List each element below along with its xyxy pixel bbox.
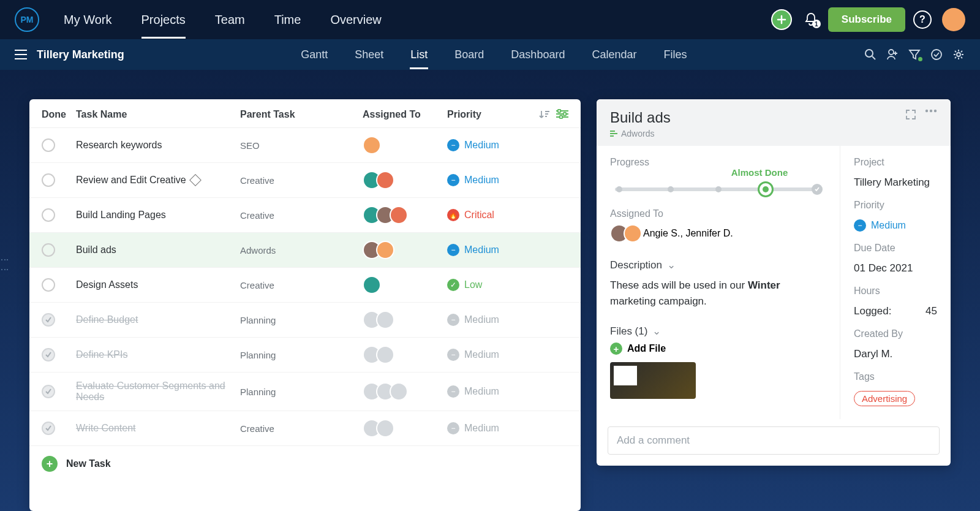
parent-task: Adwords (240, 245, 363, 255)
col-header-parent[interactable]: Parent Task (240, 109, 363, 120)
priority-field-value[interactable]: −Medium (854, 219, 937, 232)
priority-icon: − (447, 244, 459, 256)
created-by-value: Daryl M. (854, 348, 937, 360)
filter-icon[interactable] (908, 48, 921, 61)
plus-icon: + (42, 456, 58, 472)
done-checkbox[interactable] (42, 243, 55, 257)
new-task-button[interactable]: + New Task (29, 446, 581, 482)
task-row[interactable]: Define BudgetPlanning−Medium (29, 303, 581, 338)
add-button[interactable] (769, 7, 794, 32)
priority-label: Critical (464, 210, 494, 221)
task-name: Review and Edit Creative (76, 175, 186, 186)
done-checkbox[interactable] (42, 173, 55, 187)
plus-icon: + (610, 343, 622, 355)
search-icon[interactable] (864, 48, 877, 61)
done-checkbox[interactable] (42, 348, 55, 361)
priority-icon: − (447, 314, 459, 326)
menu-toggle[interactable] (15, 50, 27, 59)
subnav-tab-gantt[interactable]: Gantt (301, 40, 328, 69)
priority-badge[interactable]: −Medium (447, 139, 514, 151)
detail-breadcrumb[interactable]: Adwords (610, 129, 671, 138)
done-checkbox[interactable] (42, 138, 55, 152)
add-file-button[interactable]: + Add File (610, 343, 826, 355)
col-header-name[interactable]: Task Name (76, 109, 240, 120)
assignee-avatars[interactable] (363, 206, 447, 224)
assignees-row[interactable]: Angie S., Jennifer D. (610, 224, 826, 243)
task-row[interactable]: Design AssetsCreative✓Low (29, 268, 581, 303)
task-name: Define KPIs (76, 349, 127, 360)
task-row[interactable]: Review and Edit CreativeCreative−Medium (29, 163, 581, 198)
col-header-assigned[interactable]: Assigned To (363, 109, 447, 120)
due-date-field-value[interactable]: 01 Dec 2021 (854, 262, 937, 274)
subnav-tab-board[interactable]: Board (454, 40, 484, 69)
priority-label: Medium (464, 140, 499, 151)
milestone-icon (189, 174, 202, 186)
tags-label: Tags (854, 371, 937, 382)
priority-badge[interactable]: −Medium (447, 314, 514, 326)
subnav-tab-files[interactable]: Files (663, 40, 687, 69)
done-checkbox[interactable] (42, 313, 55, 327)
priority-badge[interactable]: −Medium (447, 422, 514, 434)
assignee-avatars[interactable] (363, 136, 447, 154)
priority-badge[interactable]: −Medium (447, 174, 514, 186)
done-checkbox[interactable] (42, 385, 55, 398)
assignee-avatars[interactable] (363, 171, 447, 189)
task-row[interactable]: Research keywordsSEO−Medium (29, 128, 581, 163)
assignee-avatars[interactable] (363, 382, 447, 401)
files-header[interactable]: Files (1) ⌄ (610, 325, 826, 338)
topnav-item-overview[interactable]: Overview (330, 1, 381, 39)
priority-icon: 🔥 (447, 209, 459, 221)
description-header[interactable]: Description ⌄ (610, 259, 826, 271)
created-by-label: Created By (854, 328, 937, 339)
progress-slider[interactable]: Almost Done (615, 187, 821, 191)
settings-icon[interactable] (952, 48, 965, 61)
assignee-avatars[interactable] (363, 276, 447, 294)
subnav-tab-list[interactable]: List (410, 40, 428, 69)
priority-badge[interactable]: ✓Low (447, 279, 514, 291)
task-row[interactable]: Write ContentCreative−Medium (29, 411, 581, 446)
task-name: Design Assets (76, 279, 138, 290)
task-row[interactable]: Evaluate Customer Segments and NeedsPlan… (29, 373, 581, 411)
tag-chip[interactable]: Advertising (854, 391, 915, 406)
svg-point-8 (925, 110, 928, 112)
assignee-avatars[interactable] (363, 419, 447, 437)
task-row[interactable]: Build Landing PagesCreative🔥Critical (29, 198, 581, 233)
topnav-item-time[interactable]: Time (274, 1, 301, 39)
settings-sliders-icon[interactable] (556, 109, 568, 120)
priority-badge[interactable]: −Medium (447, 385, 514, 398)
topnav-item-my-work[interactable]: My Work (64, 1, 112, 39)
subscribe-button[interactable]: Subscribe (828, 7, 905, 32)
col-header-priority[interactable]: Priority (447, 109, 514, 120)
col-header-done[interactable]: Done (42, 109, 76, 120)
subnav-tab-dashboard[interactable]: Dashboard (511, 40, 565, 69)
notifications-button[interactable]: 1 (799, 7, 823, 32)
done-checkbox[interactable] (42, 278, 55, 292)
task-row[interactable]: Build adsAdwords−Medium (29, 233, 581, 268)
priority-badge[interactable]: 🔥Critical (447, 209, 514, 221)
more-icon[interactable] (925, 109, 937, 120)
expand-icon[interactable] (905, 109, 916, 120)
add-user-icon[interactable] (886, 48, 899, 61)
task-row[interactable]: Define KPIsPlanning−Medium (29, 338, 581, 373)
topnav-item-projects[interactable]: Projects (141, 1, 186, 39)
subnav-tab-sheet[interactable]: Sheet (355, 40, 383, 69)
assignee-avatars[interactable] (363, 241, 447, 259)
sort-icon[interactable] (539, 109, 550, 120)
file-thumbnail[interactable] (610, 362, 696, 399)
check-circle-icon[interactable] (930, 48, 943, 61)
priority-badge[interactable]: −Medium (447, 349, 514, 361)
collapse-handle[interactable]: ⋮⋮ (0, 255, 10, 275)
done-checkbox[interactable] (42, 208, 55, 222)
user-avatar[interactable] (942, 8, 965, 31)
priority-badge[interactable]: −Medium (447, 244, 514, 256)
subnav-tab-calendar[interactable]: Calendar (592, 40, 636, 69)
assignee-avatars[interactable] (363, 346, 447, 364)
topnav-item-team[interactable]: Team (215, 1, 245, 39)
app-logo[interactable]: PM (15, 7, 39, 32)
avatar (363, 276, 381, 294)
done-checkbox[interactable] (42, 422, 55, 435)
assignee-avatars[interactable] (363, 311, 447, 329)
help-button[interactable]: ? (910, 7, 935, 32)
comment-input[interactable]: Add a comment (608, 426, 940, 455)
svg-point-1 (889, 50, 894, 55)
